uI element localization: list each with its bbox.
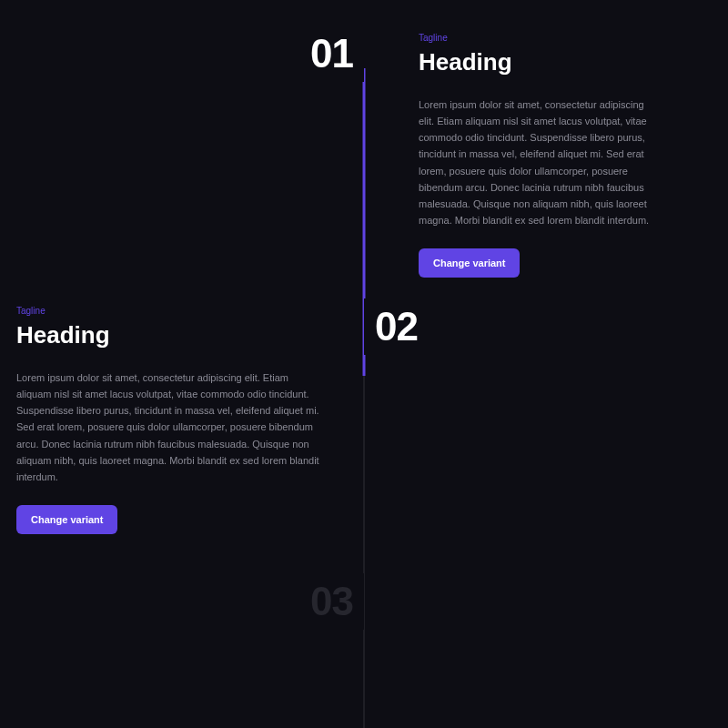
- step-number: 03: [310, 573, 364, 630]
- tagline: Tagline: [419, 33, 655, 43]
- heading: Heading: [419, 48, 655, 76]
- change-variant-button[interactable]: Change variant: [419, 248, 520, 278]
- step-number: 02: [364, 298, 418, 355]
- step-number: 01: [310, 25, 364, 82]
- body-text: Lorem ipsum dolor sit amet, consectetur …: [419, 96, 655, 228]
- change-variant-button[interactable]: Change variant: [16, 505, 117, 534]
- tagline: Tagline: [16, 306, 326, 316]
- step-content: Tagline Heading Lorem ipsum dolor sit am…: [16, 306, 326, 534]
- step-content: Tagline Heading Lorem ipsum dolor sit am…: [364, 33, 655, 278]
- heading: Heading: [16, 321, 326, 349]
- body-text: Lorem ipsum dolor sit amet, consectetur …: [16, 369, 326, 485]
